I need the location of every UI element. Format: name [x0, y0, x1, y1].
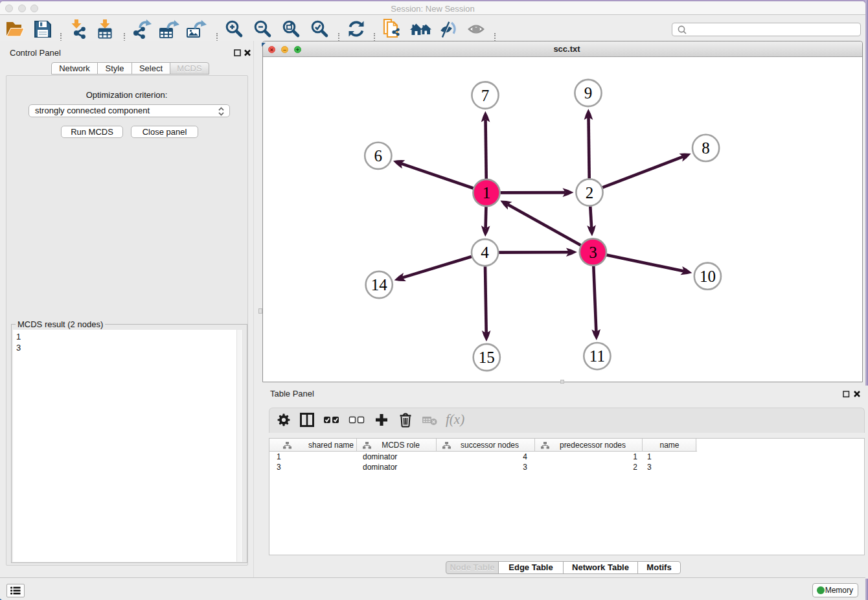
svg-text:14: 14 — [371, 276, 388, 294]
svg-text:15: 15 — [479, 349, 495, 366]
svg-text:4: 4 — [481, 244, 489, 261]
svg-text:8: 8 — [702, 139, 710, 157]
svg-text:1: 1 — [483, 184, 491, 202]
svg-text:2: 2 — [586, 184, 594, 202]
svg-text:3: 3 — [589, 244, 597, 261]
svg-text:7: 7 — [481, 87, 490, 104]
svg-text:9: 9 — [584, 84, 593, 102]
svg-text:10: 10 — [700, 268, 716, 285]
svg-text:6: 6 — [374, 147, 383, 165]
svg-text:11: 11 — [589, 347, 605, 365]
